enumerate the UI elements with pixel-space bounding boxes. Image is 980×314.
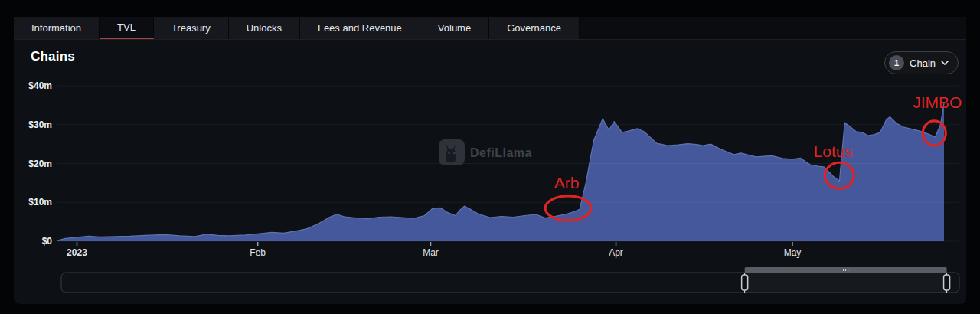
annotation-label: JIMBO [913, 93, 962, 111]
tvl-area-chart[interactable]: $0$10m$20m$30m$40m2023FebMarAprMayDefiLl… [14, 40, 966, 304]
tab-tvl[interactable]: TVL [100, 17, 154, 39]
tab-fees-and-revenue[interactable]: Fees and Revenue [300, 17, 420, 39]
y-axis-tick-label: $20m [28, 159, 52, 169]
tab-treasury[interactable]: Treasury [154, 17, 229, 39]
annotation-label: Arb [554, 174, 580, 191]
annotation-label: Lotus [814, 142, 853, 160]
brush-selection[interactable] [745, 273, 947, 293]
page: InformationTVLTreasuryUnlocksFees and Re… [0, 0, 980, 314]
brush-handle-right[interactable] [944, 275, 950, 290]
y-axis-tick-label: $30m [28, 119, 52, 130]
defillama-watermark: DefiLlama [439, 139, 532, 165]
x-axis-tick-label: 2023 [67, 247, 87, 258]
y-axis-tick-label: $0 [42, 236, 53, 247]
x-axis-tick-label: Feb [250, 247, 266, 258]
tab-volume[interactable]: Volume [420, 17, 489, 39]
section-tab-bar: InformationTVLTreasuryUnlocksFees and Re… [14, 17, 966, 40]
tvl-area-series [57, 103, 944, 241]
watermark-text: DefiLlama [470, 146, 532, 159]
tab-information[interactable]: Information [14, 17, 100, 39]
chains-chart-card: Chains 1 Chain $0$10m$20m$30m$40m2023Feb… [14, 40, 966, 304]
x-axis-tick-label: Mar [423, 247, 439, 258]
timeline-brush[interactable] [61, 267, 959, 293]
x-axis-tick-label: Apr [609, 247, 623, 258]
tab-unlocks[interactable]: Unlocks [229, 17, 300, 39]
tab-governance[interactable]: Governance [489, 17, 580, 39]
y-axis-tick-label: $40m [28, 80, 52, 91]
y-axis-tick-label: $10m [28, 197, 52, 208]
brush-handle-left[interactable] [742, 275, 748, 290]
x-axis-tick-label: May [784, 247, 802, 258]
